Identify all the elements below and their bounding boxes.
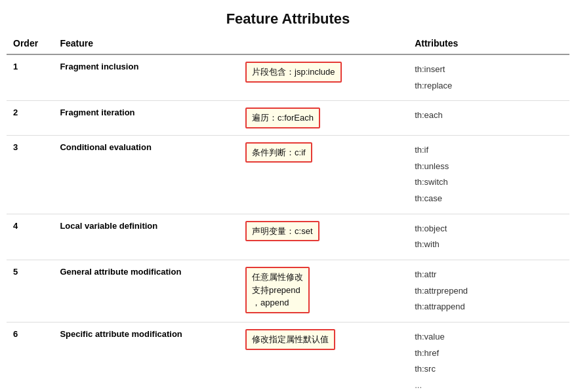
- table-row: 6Specific attribute modification修改指定属性默认…: [7, 323, 569, 392]
- order-cell: 1: [7, 54, 53, 101]
- attr-item: th:object: [415, 221, 563, 237]
- note-box: 片段包含：jsp:include: [245, 62, 341, 83]
- attr-item: th:switch: [415, 174, 563, 191]
- attrs-cell: th:attrth:attrprependth:attrappend: [408, 260, 569, 323]
- page-wrapper: Feature Attributes Order Feature Attribu…: [7, 7, 569, 392]
- feature-table: Order Feature Attributes 1Fragment inclu…: [7, 34, 569, 392]
- attr-item: th:attr: [415, 267, 563, 283]
- note-box: 遍历：c:forEach: [245, 108, 320, 128]
- note-cell: 任意属性修改 支持prepend ，append: [239, 260, 408, 323]
- note-cell: 片段包含：jsp:include: [239, 54, 408, 101]
- attr-item: th:if: [415, 142, 563, 159]
- attr-item: th:with: [415, 237, 563, 253]
- table-row: 1Fragment inclusion片段包含：jsp:includeth:in…: [7, 54, 569, 101]
- feature-cell: Conditional evaluation: [53, 135, 239, 214]
- attr-item: th:unless: [415, 159, 563, 175]
- note-cell: 遍历：c:forEach: [239, 101, 408, 136]
- note-box: 条件判断：c:if: [245, 142, 312, 163]
- attrs-cell: th:valueth:hrefth:src...: [408, 323, 569, 392]
- feature-cell: Fragment iteration: [53, 101, 239, 136]
- order-cell: 3: [7, 135, 53, 214]
- attrs-cell: th:objectth:with: [408, 214, 569, 260]
- attrs-cell: th:ifth:unlessth:switchth:case: [408, 135, 569, 214]
- attr-item: th:each: [415, 108, 563, 124]
- attr-item: th:insert: [415, 62, 563, 78]
- note-cell: 声明变量：c:set: [239, 214, 408, 260]
- col-order: Order: [7, 34, 53, 54]
- feature-cell: General attribute modification: [53, 260, 239, 323]
- table-row: 5General attribute modification任意属性修改 支持…: [7, 260, 569, 323]
- feature-cell: Specific attribute modification: [53, 323, 239, 392]
- order-cell: 6: [7, 323, 53, 392]
- order-cell: 4: [7, 214, 53, 260]
- col-attributes: Attributes: [408, 34, 569, 54]
- note-box: 修改指定属性默认值: [245, 329, 335, 350]
- table-row: 4Local variable definition声明变量：c:setth:o…: [7, 214, 569, 260]
- table-row: 3Conditional evaluation条件判断：c:ifth:ifth:…: [7, 135, 569, 214]
- table-row: 2Fragment iteration遍历：c:forEachth:each: [7, 101, 569, 136]
- attr-item: th:attrprepend: [415, 283, 563, 300]
- note-box: 声明变量：c:set: [245, 221, 319, 242]
- note-cell: 条件判断：c:if: [239, 135, 408, 214]
- page-title: Feature Attributes: [7, 7, 569, 34]
- attr-item: th:value: [415, 329, 563, 345]
- attr-item: th:replace: [415, 78, 563, 94]
- note-cell: 修改指定属性默认值: [239, 323, 408, 392]
- attr-item: th:href: [415, 345, 563, 362]
- col-feature: Feature: [53, 34, 408, 54]
- attrs-cell: th:insertth:replace: [408, 54, 569, 101]
- attr-item: th:case: [415, 191, 563, 207]
- order-cell: 5: [7, 260, 53, 323]
- order-cell: 2: [7, 101, 53, 136]
- feature-cell: Local variable definition: [53, 214, 239, 260]
- feature-cell: Fragment inclusion: [53, 54, 239, 101]
- note-box: 任意属性修改 支持prepend ，append: [245, 267, 310, 313]
- attr-item: th:attrappend: [415, 299, 563, 315]
- attr-item: ...: [415, 378, 563, 392]
- attr-item: th:src: [415, 361, 563, 378]
- attrs-cell: th:each: [408, 101, 569, 136]
